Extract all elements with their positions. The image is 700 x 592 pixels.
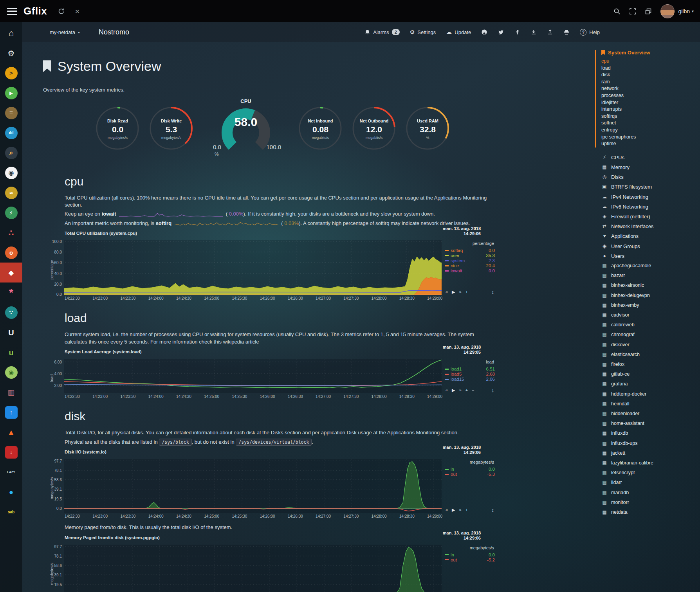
legend-row[interactable]: nice 20.4 xyxy=(445,263,495,268)
filebrowser-icon[interactable]: ↑ xyxy=(0,402,22,422)
chart-toolbox-button[interactable]: − xyxy=(472,290,474,295)
sabnzbd-icon[interactable]: sab xyxy=(0,502,22,522)
ubooquity-icon[interactable]: u xyxy=(0,342,22,362)
chart-toolbox-button[interactable]: « xyxy=(446,290,448,295)
menu-subitem[interactable]: network xyxy=(601,85,700,92)
linuxserver-icon[interactable]: ∴ xyxy=(0,223,22,243)
refresh-icon[interactable] xyxy=(58,8,65,14)
menu-app-item[interactable]: ▦ chronograf xyxy=(601,330,700,340)
chart-resize-handle[interactable]: ↕ xyxy=(492,507,494,513)
chart-toolbox-button[interactable]: » xyxy=(459,290,462,295)
menu-app-item[interactable]: ▦ lidarr xyxy=(601,478,700,488)
chart-toolbox-button[interactable]: « xyxy=(446,388,448,393)
menu-app-item[interactable]: ▦ hddtemp-docker xyxy=(601,389,700,399)
menu-section-item[interactable]: ▤ Memory xyxy=(601,162,700,172)
chart-toolbox-button[interactable]: ▶ xyxy=(452,388,455,393)
downloader-icon[interactable]: ↓ xyxy=(0,442,22,462)
legend-row[interactable]: user 35.3 xyxy=(445,253,495,258)
legend-row[interactable]: load15 2.06 xyxy=(445,377,495,381)
softirq-sparkline[interactable] xyxy=(175,221,278,226)
menu-item-system-overview[interactable]: System Overview xyxy=(601,50,700,56)
radarr-icon[interactable]: ◉ xyxy=(0,163,22,183)
hamburger-menu-icon[interactable] xyxy=(7,8,17,15)
menu-section-item[interactable]: ⚡ CPUs xyxy=(601,153,700,162)
menu-section-item[interactable]: ☁ IPv4 Networking xyxy=(601,192,700,202)
chart-toolbox-button[interactable]: − xyxy=(472,388,474,393)
menu-section-item[interactable]: ☁ IPv6 Networking xyxy=(601,202,700,212)
legend-row[interactable]: load1 6.51 xyxy=(445,367,495,371)
twitter-icon[interactable] xyxy=(498,29,504,35)
disk-write-gauge[interactable]: Disk Write 5.3 megabytes/s xyxy=(144,104,198,164)
menu-app-item[interactable]: ▦ cadvisor xyxy=(601,310,700,320)
emby-icon[interactable]: ▶ xyxy=(0,83,22,103)
menu-app-item[interactable]: ▦ influxdb-ups xyxy=(601,439,700,448)
username-menu[interactable]: gilbn ▾ xyxy=(678,8,694,14)
lazylibrarian-icon[interactable]: LAZY xyxy=(0,462,22,482)
chart-toolbox-button[interactable]: ▶ xyxy=(452,290,455,295)
menu-app-item[interactable]: ▦ jackett xyxy=(601,448,700,458)
cadvisor-icon[interactable]: ⚡ xyxy=(0,203,22,223)
settings-icon[interactable]: ⚙ xyxy=(0,43,22,63)
chart-toolbox-button[interactable]: ▶ xyxy=(452,507,455,513)
github-icon[interactable] xyxy=(481,29,487,35)
server-dropdown[interactable]: my-netdata ▾ xyxy=(50,29,80,35)
fullscreen-icon[interactable] xyxy=(629,8,636,15)
facebook-icon[interactable] xyxy=(514,29,520,35)
menu-subitem[interactable]: ipc semaphores xyxy=(601,134,700,141)
openhab-icon[interactable]: ◉ xyxy=(0,362,22,382)
disk-read-gauge[interactable]: Disk Read 0.0 megabytes/s xyxy=(91,104,144,164)
menu-section-item[interactable]: ◎ Disks xyxy=(601,172,700,182)
netdata-icon[interactable]: ◆ xyxy=(0,263,22,283)
menu-subitem[interactable]: interrupts xyxy=(601,106,700,113)
menu-subitem[interactable]: softnet xyxy=(601,120,700,127)
menu-app-item[interactable]: ▦ home-assistant xyxy=(601,419,700,428)
legend-row[interactable]: iowait 0.0 xyxy=(445,268,495,273)
plex-icon[interactable]: > xyxy=(0,63,22,83)
chart-toolbox-button[interactable]: « xyxy=(446,507,448,513)
deluge-icon[interactable]: ∵ xyxy=(0,302,22,322)
menu-app-item[interactable]: ▦ monitorr xyxy=(601,498,700,507)
menu-section-item[interactable]: ◈ Firewall (netfilter) xyxy=(601,212,700,221)
chart-resize-handle[interactable]: ↕ xyxy=(492,387,494,393)
menu-app-item[interactable]: ▦ binhex-airsonic xyxy=(601,281,700,290)
used-ram-gauge[interactable]: Used RAM 32.8 % xyxy=(401,104,455,164)
menu-subitem[interactable]: processes xyxy=(601,92,700,99)
menu-app-item[interactable]: ▦ mariadb xyxy=(601,488,700,498)
unraid-icon[interactable]: U xyxy=(0,322,22,342)
net-inbound-gauge[interactable]: Net Inbound 0.08 megabits/s xyxy=(294,104,347,164)
legend-row[interactable]: out -5.3 xyxy=(445,472,495,477)
import-snapshot-icon[interactable] xyxy=(530,29,537,35)
chart-toolbox-button[interactable]: » xyxy=(459,388,462,393)
airsonic-icon[interactable]: ılıl xyxy=(0,123,22,143)
alarms-button[interactable]: Alarms 2 xyxy=(364,29,400,35)
legend-row[interactable]: system 2.3 xyxy=(445,258,495,263)
chart-toolbox-button[interactable]: + xyxy=(465,388,468,393)
gitlab-icon[interactable]: ▲ xyxy=(0,422,22,442)
menu-app-item[interactable]: ▦ hiddenloader xyxy=(601,409,700,419)
menu-app-item[interactable]: ▦ letsencrypt xyxy=(601,468,700,478)
legend-row[interactable]: softirq 0.0 xyxy=(445,248,495,253)
disk-chart-plot[interactable] xyxy=(64,459,442,513)
chart-toolbox-button[interactable]: + xyxy=(465,507,468,513)
menu-app-item[interactable]: ▦ influxdb xyxy=(601,428,700,438)
menu-app-item[interactable]: ▦ lazylibrarian-calibre xyxy=(601,458,700,468)
update-button[interactable]: ☁ Update xyxy=(446,29,471,36)
menu-subitem[interactable]: load xyxy=(601,65,700,72)
menu-section-item[interactable]: ⇄ Network Interfaces xyxy=(601,221,700,231)
ombi-icon[interactable]: o xyxy=(0,243,22,263)
menu-section-item[interactable]: ● Users xyxy=(601,251,700,261)
menu-app-item[interactable]: ▦ binhex-delugevpn xyxy=(601,291,700,300)
legend-row[interactable]: in 0.0 xyxy=(445,552,495,557)
jackett-icon[interactable]: ⌕ xyxy=(0,143,22,163)
menu-app-item[interactable]: ▦ heimdall xyxy=(601,399,700,409)
chart-resize-handle[interactable]: ↕ xyxy=(492,289,494,295)
menu-subitem[interactable]: ram xyxy=(601,79,700,86)
menu-app-item[interactable]: ▦ diskover xyxy=(601,340,700,350)
menu-app-item[interactable]: ▦ binhex-emby xyxy=(601,300,700,310)
menu-app-item[interactable]: ▦ bazarr xyxy=(601,271,700,281)
menu-app-item[interactable]: ▦ grafana xyxy=(601,379,700,389)
menu-app-item[interactable]: ▦ gitlab-ce xyxy=(601,369,700,379)
load-chart-plot[interactable] xyxy=(64,359,442,393)
menu-subitem[interactable]: uptime xyxy=(601,140,700,148)
calibre-icon[interactable]: ≡ xyxy=(0,103,22,123)
